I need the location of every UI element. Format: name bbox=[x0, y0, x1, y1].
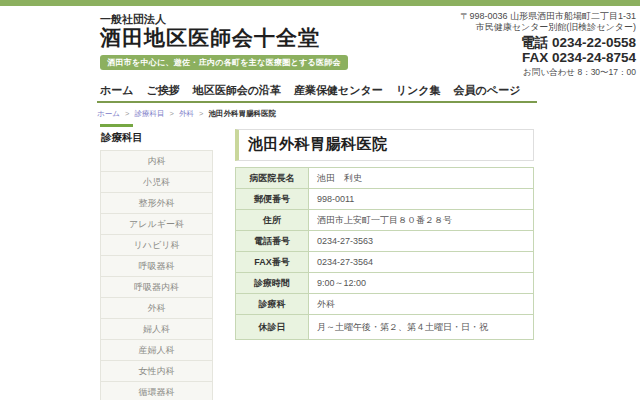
nav-item[interactable]: 地区医師会の沿革 bbox=[193, 83, 281, 98]
table-value-cell: 酒田市上安町一丁目８０番２８号 bbox=[309, 210, 534, 231]
sidebar-item-department[interactable]: 呼吸器科 bbox=[100, 255, 213, 277]
contact-hours: お問い合わせ 8：30〜17：00 bbox=[460, 67, 636, 79]
sidebar-item-department[interactable]: 整形外科 bbox=[100, 192, 213, 214]
table-label-cell: 休診日 bbox=[236, 315, 309, 340]
table-value-cell: 外科 bbox=[309, 294, 534, 315]
sidebar-item-department[interactable]: 小児科 bbox=[100, 171, 213, 193]
table-label-cell: 診療科 bbox=[236, 294, 309, 315]
table-row: 電話番号 0234-27-3563 bbox=[236, 231, 534, 252]
sidebar-item-department[interactable]: 循環器科 bbox=[100, 381, 213, 400]
page-title: 池田外科胃腸科医院 bbox=[248, 135, 388, 152]
phone-number: 電話 0234-22-0558 bbox=[460, 35, 636, 51]
nav-item[interactable]: ホーム bbox=[100, 83, 134, 98]
table-label-cell: 郵便番号 bbox=[236, 189, 309, 210]
breadcrumb-link-departments[interactable]: 診療科目 bbox=[134, 109, 164, 118]
sidebar-item-department[interactable]: アレルギー科 bbox=[100, 213, 213, 235]
breadcrumb-separator: > bbox=[125, 109, 129, 118]
sidebar-departments: 診療科目 内科 小児科 整形外科 アレルギー科 リハビリ科 呼吸器科 呼吸器内科… bbox=[100, 124, 213, 400]
table-value-cell: 池田 利史 bbox=[309, 168, 534, 189]
building-name: 市民健康センター別館(旧検診センター) bbox=[460, 22, 636, 33]
breadcrumb-current: 池田外科胃腸科医院 bbox=[209, 109, 277, 118]
site-title: 酒田地区医師会十全堂 bbox=[100, 25, 348, 51]
header-contact-block: 〒998-0036 山形県酒田市船場町二丁目1-31 市民健康センター別館(旧検… bbox=[460, 11, 636, 79]
table-row: 診療時間 9:00～12:00 bbox=[236, 273, 534, 294]
nav-item[interactable]: 会員のページ bbox=[454, 83, 521, 98]
table-row: 郵便番号 998-0011 bbox=[236, 189, 534, 210]
table-label-cell: 電話番号 bbox=[236, 231, 309, 252]
table-label-cell: FAX番号 bbox=[236, 252, 309, 273]
table-value-cell: 0234-27-3564 bbox=[309, 252, 534, 273]
breadcrumb-separator: > bbox=[199, 109, 203, 118]
sidebar-item-department[interactable]: 婦人科 bbox=[100, 318, 213, 340]
nav-underline bbox=[97, 101, 537, 103]
page-title-box: 池田外科胃腸科医院 bbox=[235, 129, 534, 161]
table-label-cell: 病医院長名 bbox=[236, 168, 309, 189]
main-content: 池田外科胃腸科医院 病医院長名 池田 利史 郵便番号 998-0011 住所 酒… bbox=[235, 129, 534, 340]
table-value-cell: 9:00～12:00 bbox=[309, 273, 534, 294]
sidebar-accent-bar bbox=[100, 124, 133, 127]
site-logo[interactable]: 一般社団法人 酒田地区医師会十全堂 酒田市を中心に、遊佐・庄内の各町を主な医療圏… bbox=[100, 13, 348, 70]
sidebar-item-department[interactable]: 呼吸器内科 bbox=[100, 276, 213, 298]
top-green-strip bbox=[0, 0, 640, 6]
breadcrumb-separator: > bbox=[170, 109, 174, 118]
sidebar-item-department[interactable]: リハビリ科 bbox=[100, 234, 213, 256]
sidebar-item-department[interactable]: 外科 bbox=[100, 297, 213, 319]
postal-address: 〒998-0036 山形県酒田市船場町二丁目1-31 bbox=[460, 11, 636, 22]
table-row: 診療科 外科 bbox=[236, 294, 534, 315]
main-nav: ホーム ご挨拶 地区医師会の沿革 産業保健センター リンク集 会員のページ bbox=[100, 83, 520, 98]
table-row: FAX番号 0234-27-3564 bbox=[236, 252, 534, 273]
sidebar-item-department[interactable]: 産婦人科 bbox=[100, 339, 213, 361]
table-label-cell: 住所 bbox=[236, 210, 309, 231]
nav-item[interactable]: リンク集 bbox=[396, 83, 441, 98]
table-label-cell: 診療時間 bbox=[236, 273, 309, 294]
table-value-cell: 0234-27-3563 bbox=[309, 231, 534, 252]
table-row: 休診日 月～土曜午後・第２、第４土曜日・日・祝 bbox=[236, 315, 534, 340]
nav-item[interactable]: ご挨拶 bbox=[147, 83, 180, 98]
table-row: 病医院長名 池田 利史 bbox=[236, 168, 534, 189]
breadcrumb-link-home[interactable]: ホーム bbox=[97, 109, 120, 118]
sidebar-title: 診療科目 bbox=[101, 131, 213, 145]
breadcrumb-link-surgery[interactable]: 外科 bbox=[179, 109, 194, 118]
sidebar-list: 内科 小児科 整形外科 アレルギー科 リハビリ科 呼吸器科 呼吸器内科 外科 婦… bbox=[100, 150, 213, 400]
sidebar-item-department[interactable]: 内科 bbox=[100, 150, 213, 172]
clinic-info-table: 病医院長名 池田 利史 郵便番号 998-0011 住所 酒田市上安町一丁目８０… bbox=[235, 167, 534, 340]
table-row: 住所 酒田市上安町一丁目８０番２８号 bbox=[236, 210, 534, 231]
fax-number: FAX 0234-24-8754 bbox=[460, 50, 636, 66]
site-tagline: 酒田市を中心に、遊佐・庄内の各町を主な医療圏とする医師会 bbox=[100, 55, 348, 70]
table-value-cell: 月～土曜午後・第２、第４土曜日・日・祝 bbox=[309, 315, 534, 340]
sidebar-item-department[interactable]: 女性内科 bbox=[100, 360, 213, 382]
table-value-cell: 998-0011 bbox=[309, 189, 534, 210]
org-type-label: 一般社団法人 bbox=[100, 13, 348, 25]
nav-item[interactable]: 産業保健センター bbox=[294, 83, 383, 98]
breadcrumb: ホーム > 診療科目 > 外科 > 池田外科胃腸科医院 bbox=[97, 109, 276, 119]
